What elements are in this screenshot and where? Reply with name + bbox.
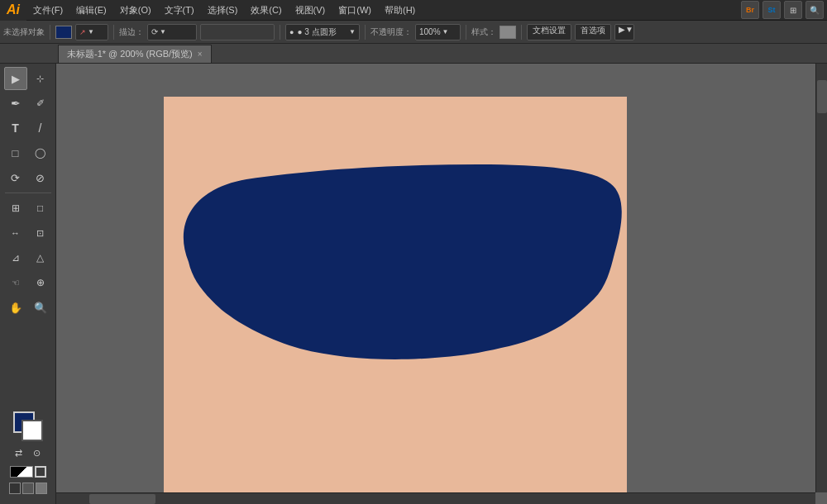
mesh-tool[interactable]: ⊞ xyxy=(4,197,27,220)
brush-dot-icon: ● xyxy=(289,28,294,36)
options-bar: 未选择对象 ↗ ▼ 描边： ⟳ ▼ ● ● 3 点圆形 ▼ 不透明度： 100%… xyxy=(0,21,827,44)
type-tools: T / xyxy=(4,116,52,140)
vertical-scrollbar[interactable] xyxy=(815,64,827,492)
zoom-tool[interactable]: 🔍 xyxy=(29,296,52,319)
spread-label: 描边： xyxy=(119,26,144,38)
spread-dropdown-arrow: ▼ xyxy=(160,28,166,36)
slice-tool[interactable]: ⊕ xyxy=(29,271,52,294)
separator-4 xyxy=(365,25,366,40)
spread-dropdown[interactable]: ⟳ ▼ xyxy=(147,24,197,40)
tool-separator-1 xyxy=(5,193,51,193)
free-transform-tool[interactable]: □ xyxy=(29,197,52,220)
add-anchor-tool[interactable]: ✐ xyxy=(29,92,52,115)
background-color[interactable] xyxy=(22,420,43,441)
stroke-dropdown[interactable]: ↗ ▼ xyxy=(75,24,108,40)
search-icon[interactable]: 🔍 xyxy=(805,1,824,19)
separator-5 xyxy=(466,25,466,40)
fullscreen-button[interactable] xyxy=(36,483,47,494)
menu-view[interactable]: 视图(V) xyxy=(289,0,332,20)
separator-3 xyxy=(280,25,280,40)
app-logo: Ai xyxy=(0,0,26,21)
ellipse-tool[interactable]: ◯ xyxy=(29,141,52,164)
menu-select[interactable]: 选择(S) xyxy=(201,0,245,20)
line-tool[interactable]: / xyxy=(29,116,52,140)
horizontal-scrollbar[interactable] xyxy=(56,492,815,504)
workspace-icon[interactable]: ⊞ xyxy=(784,1,802,19)
symbol-tools: ⊿ △ xyxy=(4,246,52,269)
rotate-tool[interactable]: ⟳ xyxy=(4,166,27,189)
default-colors-button[interactable]: ⊙ xyxy=(29,445,45,461)
swap-colors-button[interactable]: ⇄ xyxy=(11,445,27,461)
document-tab[interactable]: 未标题-1* @ 200% (RGB/预览) × xyxy=(58,45,212,63)
headband-shape xyxy=(164,97,627,502)
brush-type-dropdown[interactable]: ● ● 3 点圆形 ▼ xyxy=(285,24,360,40)
slice-tools: ☜ ⊕ xyxy=(4,271,52,294)
fill-stroke-indicator[interactable] xyxy=(10,466,33,478)
canvas-area[interactable] xyxy=(56,64,827,504)
canvas-document xyxy=(164,97,627,502)
separator-1 xyxy=(50,25,50,40)
normal-mode-button[interactable] xyxy=(9,483,21,494)
stroke-dropdown-arrow: ▼ xyxy=(88,28,94,36)
navigate-tools: ✋ 🔍 xyxy=(4,296,52,319)
stroke-width-input[interactable] xyxy=(200,24,275,40)
rectangle-tool[interactable]: □ xyxy=(4,141,27,164)
selection-tool[interactable]: ▶ xyxy=(4,67,27,90)
transform-tools: ⟳ ⊘ xyxy=(4,166,52,189)
stock-icon[interactable]: St xyxy=(762,1,781,19)
warp-tools: ↔ ⊡ xyxy=(4,221,52,245)
left-toolbar: ▶ ⊹ ✒ ✐ T / □ ◯ ⟳ ⊘ ⊞ □ ↔ ⊡ ⊿ △ xyxy=(0,64,56,504)
menu-edit[interactable]: 编辑(E) xyxy=(69,0,113,20)
style-swatch[interactable] xyxy=(500,26,516,39)
hand-tool[interactable]: ✋ xyxy=(4,296,27,319)
menu-object[interactable]: 对象(O) xyxy=(113,0,158,20)
main-layout: ▶ ⊹ ✒ ✐ T / □ ◯ ⟳ ⊘ ⊞ □ ↔ ⊡ ⊿ △ xyxy=(0,64,827,504)
blend-tool[interactable]: ⊡ xyxy=(29,221,52,245)
grid-tools: ⊞ □ xyxy=(4,197,52,220)
bridge-icon[interactable]: Br xyxy=(741,1,759,19)
direct-selection-tool[interactable]: ⊹ xyxy=(29,67,52,90)
artboard-tool[interactable]: ☜ xyxy=(4,271,27,294)
stroke-arrow-icon: ↗ xyxy=(79,28,86,36)
none-indicator[interactable] xyxy=(35,466,46,478)
style-label: 样式： xyxy=(471,26,496,38)
top-menu-right: Br St ⊞ 🔍 xyxy=(741,1,827,19)
top-menu-bar: Ai 文件(F) 编辑(E) 对象(O) 文字(T) 选择(S) 效果(C) 视… xyxy=(0,0,827,21)
type-tool[interactable]: T xyxy=(4,116,27,140)
menu-help[interactable]: 帮助(H) xyxy=(378,0,422,20)
selection-tools: ▶ ⊹ xyxy=(4,67,52,90)
menu-effect[interactable]: 效果(C) xyxy=(244,0,288,20)
small-tools: ⇄ ⊙ xyxy=(11,445,45,461)
no-selection-label: 未选择对象 xyxy=(3,26,45,38)
menu-bar: 文件(F) 编辑(E) 对象(O) 文字(T) 选择(S) 效果(C) 视图(V… xyxy=(26,0,422,20)
menu-window[interactable]: 窗口(W) xyxy=(332,0,378,20)
warp-tool[interactable]: ↔ xyxy=(4,221,27,245)
doc-settings-button[interactable]: 文档设置 xyxy=(527,24,571,40)
brush-type-label: ● 3 点圆形 xyxy=(297,26,336,38)
menu-text[interactable]: 文字(T) xyxy=(158,0,201,20)
spread-icon: ⟳ xyxy=(151,27,158,36)
menu-file[interactable]: 文件(F) xyxy=(26,0,69,20)
options-arrow-button[interactable]: ▶▼ xyxy=(614,24,634,40)
screen-mode-button[interactable] xyxy=(22,483,34,494)
separator-6 xyxy=(521,25,522,40)
pen-tool[interactable]: ✒ xyxy=(4,92,27,115)
pen-tools: ✒ ✐ xyxy=(4,92,52,115)
tab-label: 未标题-1* @ 200% (RGB/预览) xyxy=(67,48,193,60)
fill-color-swatch[interactable] xyxy=(55,26,72,39)
tab-close-button[interactable]: × xyxy=(198,50,203,59)
shape-tools: □ ◯ xyxy=(4,141,52,164)
column-graph-tool[interactable]: △ xyxy=(29,246,52,269)
color-area: ⇄ ⊙ xyxy=(9,411,47,501)
opacity-dropdown-arrow: ▼ xyxy=(442,28,449,36)
symbol-sprayer-tool[interactable]: ⊿ xyxy=(4,246,27,269)
opacity-dropdown[interactable]: 100% ▼ xyxy=(415,24,461,40)
opacity-value: 100% xyxy=(419,27,441,36)
separator-2 xyxy=(113,25,114,40)
preferences-button[interactable]: 首选项 xyxy=(575,24,611,40)
tab-bar: 未标题-1* @ 200% (RGB/预览) × xyxy=(0,44,827,64)
brush-dropdown-arrow: ▼ xyxy=(349,28,356,36)
opacity-label: 不透明度： xyxy=(370,26,412,38)
scale-tool[interactable]: ⊘ xyxy=(29,166,52,189)
color-pair xyxy=(13,411,43,441)
